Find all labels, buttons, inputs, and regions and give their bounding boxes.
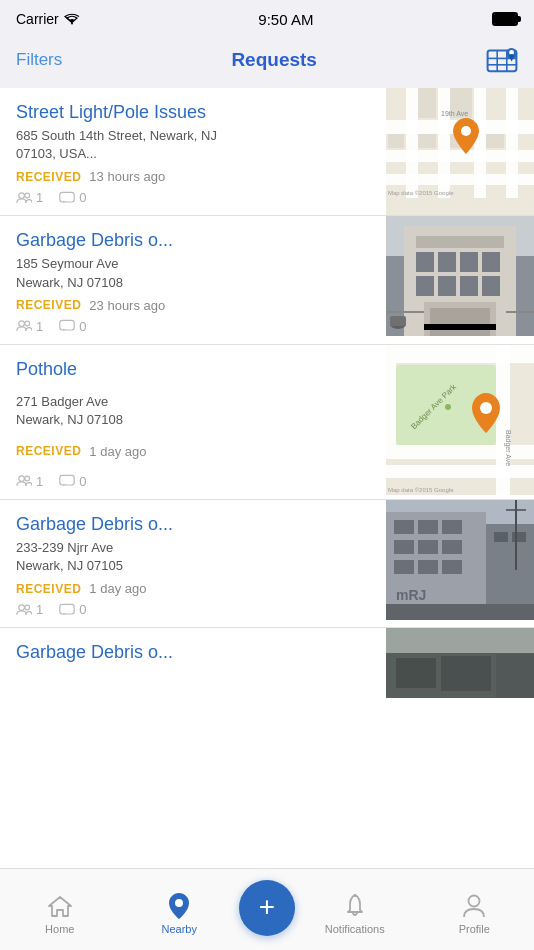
svg-rect-35: [416, 236, 504, 248]
list-item[interactable]: Garbage Debris o... 233-239 Njrr Ave New…: [0, 500, 534, 628]
vote-count: 1: [16, 474, 43, 489]
svg-rect-40: [416, 276, 434, 296]
svg-text:19th Ave: 19th Ave: [441, 110, 468, 117]
list-item[interactable]: Pothole 271 Badger Ave Newark, NJ 07108 …: [0, 345, 534, 500]
people-icon: [16, 192, 32, 204]
item-status-row: RECEIVED 13 hours ago: [16, 169, 374, 184]
comment-icon: [59, 474, 75, 488]
svg-rect-79: [394, 560, 414, 574]
vote-count: 1: [16, 602, 43, 617]
svg-rect-17: [474, 88, 486, 198]
svg-rect-19: [418, 88, 436, 118]
item-meta: 1 0: [16, 319, 374, 334]
svg-point-67: [19, 604, 25, 610]
svg-rect-84: [494, 532, 508, 542]
svg-rect-24: [486, 134, 504, 148]
svg-rect-15: [406, 88, 418, 198]
item-address: 233-239 Njrr Ave Newark, NJ 07105: [16, 539, 374, 575]
plus-icon: +: [259, 893, 275, 921]
map-view-icon[interactable]: [486, 44, 518, 76]
svg-rect-43: [482, 276, 500, 296]
svg-rect-94: [496, 654, 534, 698]
svg-text:mRJ: mRJ: [396, 587, 426, 603]
item-content: Pothole 271 Badger Ave Newark, NJ 07108 …: [0, 345, 386, 499]
svg-rect-50: [390, 316, 406, 326]
list-item[interactable]: Garbage Debris o...: [0, 628, 534, 738]
people-icon: [16, 320, 32, 332]
nav-item-home[interactable]: Home: [0, 884, 120, 935]
svg-rect-21: [388, 134, 404, 148]
item-status-row: RECEIVED 1 day ago: [16, 444, 374, 459]
svg-rect-56: [386, 345, 534, 363]
bottom-navigation: Home Nearby + Notifications: [0, 868, 534, 950]
map-thumbnail-1: 19th Ave Map data ©2015 Google: [386, 88, 534, 198]
svg-rect-75: [442, 520, 462, 534]
carrier-label: Carrier: [16, 11, 59, 27]
status-badge: RECEIVED: [16, 298, 81, 312]
nav-item-profile[interactable]: Profile: [415, 884, 535, 935]
item-address: 185 Seymour Ave Newark, NJ 07108: [16, 255, 374, 291]
item-thumbnail: mRJ: [386, 500, 534, 627]
nav-label-notifications: Notifications: [325, 923, 385, 935]
svg-rect-45: [430, 308, 490, 336]
svg-rect-37: [438, 252, 456, 272]
svg-point-62: [445, 404, 451, 410]
carrier-text: Carrier: [16, 11, 80, 27]
map-thumbnail-2: Badger Ave Park Badger Ave Map data ©201…: [386, 345, 534, 495]
svg-rect-39: [482, 252, 500, 272]
page-title: Requests: [231, 49, 317, 71]
item-thumbnail: [386, 216, 534, 343]
requests-list: Street Light/Pole Issues 685 South 14th …: [0, 88, 534, 868]
svg-rect-74: [418, 520, 438, 534]
svg-rect-92: [396, 658, 436, 688]
item-content: Garbage Debris o... 233-239 Njrr Ave New…: [0, 500, 386, 627]
svg-rect-69: [60, 604, 74, 614]
svg-text:Map data ©2015 Google: Map data ©2015 Google: [388, 190, 454, 196]
svg-point-95: [175, 899, 183, 907]
list-item[interactable]: Garbage Debris o... 185 Seymour Ave Newa…: [0, 216, 534, 344]
vote-count: 1: [16, 319, 43, 334]
svg-point-64: [480, 402, 492, 414]
item-time: 1 day ago: [89, 444, 146, 459]
svg-rect-93: [441, 656, 491, 691]
item-title: Street Light/Pole Issues: [16, 102, 374, 123]
battery-indicator: [492, 10, 518, 28]
svg-rect-41: [438, 276, 456, 296]
item-title: Garbage Debris o...: [16, 230, 374, 251]
add-button[interactable]: +: [239, 880, 295, 936]
list-item[interactable]: Street Light/Pole Issues 685 South 14th …: [0, 88, 534, 216]
svg-rect-42: [460, 276, 478, 296]
nav-item-notifications[interactable]: Notifications: [295, 884, 415, 935]
wifi-icon: [64, 13, 80, 25]
svg-point-30: [25, 321, 30, 326]
item-content: Garbage Debris o...: [0, 628, 386, 738]
svg-rect-59: [496, 345, 510, 495]
vote-count: 1: [16, 190, 43, 205]
status-badge: RECEIVED: [16, 170, 81, 184]
person-icon: [460, 892, 488, 920]
location-pin-icon: [165, 892, 193, 920]
nav-item-add[interactable]: +: [239, 872, 295, 948]
item-time: 23 hours ago: [89, 298, 165, 313]
nav-item-nearby[interactable]: Nearby: [120, 884, 240, 935]
svg-rect-73: [394, 520, 414, 534]
nav-label-nearby: Nearby: [162, 923, 197, 935]
item-thumbnail: Badger Ave Park Badger Ave Map data ©201…: [386, 345, 534, 499]
svg-rect-31: [60, 321, 74, 331]
comment-count: 0: [59, 319, 86, 334]
svg-rect-78: [442, 540, 462, 554]
people-icon: [16, 475, 32, 487]
filters-button[interactable]: Filters: [16, 50, 62, 70]
svg-point-52: [25, 476, 30, 481]
home-icon: [46, 892, 74, 920]
item-thumbnail: [386, 628, 534, 698]
item-meta: 1 0: [16, 474, 374, 489]
item-address: 271 Badger Ave Newark, NJ 07108: [16, 393, 374, 429]
comment-count: 0: [59, 602, 86, 617]
comment-count: 0: [59, 190, 86, 205]
svg-rect-16: [438, 88, 450, 198]
svg-text:Map data ©2015 Google: Map data ©2015 Google: [388, 487, 454, 493]
nav-label-profile: Profile: [459, 923, 490, 935]
svg-point-27: [461, 126, 471, 136]
svg-point-29: [19, 321, 25, 327]
